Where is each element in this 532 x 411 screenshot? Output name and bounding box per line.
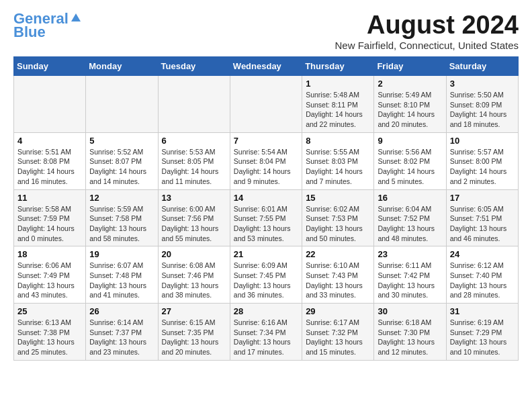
calendar-cell: 26Sunrise: 6:14 AM Sunset: 7:37 PM Dayli… (86, 304, 158, 361)
calendar-cell: 17Sunrise: 6:05 AM Sunset: 7:51 PM Dayli… (446, 189, 518, 246)
cell-info: Sunrise: 6:14 AM Sunset: 7:37 PM Dayligh… (89, 318, 154, 357)
cell-info: Sunrise: 6:04 AM Sunset: 7:52 PM Dayligh… (378, 204, 442, 244)
cell-info: Sunrise: 5:53 AM Sunset: 8:05 PM Dayligh… (162, 147, 226, 187)
day-header-tuesday: Tuesday (158, 57, 230, 76)
cell-info: Sunrise: 6:06 AM Sunset: 7:49 PM Dayligh… (17, 261, 82, 300)
calendar-cell: 20Sunrise: 6:08 AM Sunset: 7:46 PM Dayli… (158, 246, 230, 304)
calendar-cell: 9Sunrise: 5:56 AM Sunset: 8:02 PM Daylig… (374, 132, 446, 189)
day-number: 20 (162, 249, 226, 259)
day-number: 14 (234, 193, 298, 203)
calendar-week-row: 25Sunrise: 6:13 AM Sunset: 7:38 PM Dayli… (14, 304, 519, 361)
cell-info: Sunrise: 6:05 AM Sunset: 7:51 PM Dayligh… (450, 204, 515, 244)
calendar-cell: 4Sunrise: 5:51 AM Sunset: 8:08 PM Daylig… (14, 132, 86, 189)
calendar-cell: 1Sunrise: 5:48 AM Sunset: 8:11 PM Daylig… (302, 76, 374, 133)
calendar-cell: 8Sunrise: 5:55 AM Sunset: 8:03 PM Daylig… (302, 132, 374, 189)
title-area: August 2024 New Fairfield, Connecticut, … (335, 11, 519, 51)
day-number: 5 (89, 136, 154, 146)
calendar-cell (14, 76, 86, 133)
day-number: 29 (306, 306, 370, 316)
day-number: 2 (378, 79, 442, 89)
cell-info: Sunrise: 6:09 AM Sunset: 7:45 PM Dayligh… (234, 261, 298, 300)
day-number: 1 (306, 79, 370, 89)
cell-info: Sunrise: 6:12 AM Sunset: 7:40 PM Dayligh… (450, 261, 515, 300)
calendar-cell: 30Sunrise: 6:18 AM Sunset: 7:30 PM Dayli… (374, 304, 446, 361)
day-number: 4 (17, 136, 82, 146)
day-number: 16 (378, 193, 442, 203)
calendar-cell: 5Sunrise: 5:52 AM Sunset: 8:07 PM Daylig… (86, 132, 158, 189)
calendar-cell (230, 76, 302, 133)
calendar-body: 1Sunrise: 5:48 AM Sunset: 8:11 PM Daylig… (14, 76, 519, 361)
calendar-cell: 2Sunrise: 5:49 AM Sunset: 8:10 PM Daylig… (374, 76, 446, 133)
day-number: 23 (378, 249, 442, 259)
calendar-cell (86, 76, 158, 133)
day-number: 26 (89, 306, 154, 316)
cell-info: Sunrise: 5:50 AM Sunset: 8:09 PM Dayligh… (450, 90, 515, 130)
header: General Blue August 2024 New Fairfield, … (13, 11, 519, 51)
calendar-cell: 13Sunrise: 6:00 AM Sunset: 7:56 PM Dayli… (158, 189, 230, 246)
calendar-cell: 28Sunrise: 6:16 AM Sunset: 7:34 PM Dayli… (230, 304, 302, 361)
calendar-week-row: 4Sunrise: 5:51 AM Sunset: 8:08 PM Daylig… (14, 132, 519, 189)
calendar-week-row: 1Sunrise: 5:48 AM Sunset: 8:11 PM Daylig… (14, 76, 519, 133)
calendar-cell: 18Sunrise: 6:06 AM Sunset: 7:49 PM Dayli… (14, 246, 86, 304)
day-header-monday: Monday (86, 57, 158, 76)
day-number: 11 (17, 193, 82, 203)
calendar-cell: 3Sunrise: 5:50 AM Sunset: 8:09 PM Daylig… (446, 76, 518, 133)
calendar-cell: 19Sunrise: 6:07 AM Sunset: 7:48 PM Dayli… (86, 246, 158, 304)
main-title: August 2024 (335, 11, 519, 40)
day-number: 15 (306, 193, 370, 203)
subtitle: New Fairfield, Connecticut, United State… (335, 40, 519, 51)
day-number: 30 (378, 306, 442, 316)
logo-icon (70, 12, 82, 24)
logo-blue-text: Blue (13, 24, 46, 40)
calendar-table: SundayMondayTuesdayWednesdayThursdayFrid… (13, 56, 519, 361)
cell-info: Sunrise: 6:19 AM Sunset: 7:29 PM Dayligh… (450, 318, 515, 357)
day-number: 17 (450, 193, 515, 203)
logo: General Blue (13, 11, 82, 40)
day-header-wednesday: Wednesday (230, 57, 302, 76)
calendar-header-row: SundayMondayTuesdayWednesdayThursdayFrid… (14, 57, 519, 76)
day-number: 18 (17, 249, 82, 259)
calendar-cell (158, 76, 230, 133)
cell-info: Sunrise: 6:11 AM Sunset: 7:42 PM Dayligh… (378, 261, 442, 300)
calendar-week-row: 11Sunrise: 5:58 AM Sunset: 7:59 PM Dayli… (14, 189, 519, 246)
calendar-cell: 25Sunrise: 6:13 AM Sunset: 7:38 PM Dayli… (14, 304, 86, 361)
calendar-cell: 14Sunrise: 6:01 AM Sunset: 7:55 PM Dayli… (230, 189, 302, 246)
day-header-friday: Friday (374, 57, 446, 76)
calendar-week-row: 18Sunrise: 6:06 AM Sunset: 7:49 PM Dayli… (14, 246, 519, 304)
cell-info: Sunrise: 6:18 AM Sunset: 7:30 PM Dayligh… (378, 318, 442, 357)
day-number: 9 (378, 136, 442, 146)
calendar-cell: 7Sunrise: 5:54 AM Sunset: 8:04 PM Daylig… (230, 132, 302, 189)
cell-info: Sunrise: 6:13 AM Sunset: 7:38 PM Dayligh… (17, 318, 82, 357)
calendar-cell: 23Sunrise: 6:11 AM Sunset: 7:42 PM Dayli… (374, 246, 446, 304)
cell-info: Sunrise: 5:55 AM Sunset: 8:03 PM Dayligh… (306, 147, 370, 187)
day-header-thursday: Thursday (302, 57, 374, 76)
cell-info: Sunrise: 5:49 AM Sunset: 8:10 PM Dayligh… (378, 90, 442, 130)
cell-info: Sunrise: 6:00 AM Sunset: 7:56 PM Dayligh… (162, 204, 226, 244)
calendar-cell: 10Sunrise: 5:57 AM Sunset: 8:00 PM Dayli… (446, 132, 518, 189)
calendar-cell: 16Sunrise: 6:04 AM Sunset: 7:52 PM Dayli… (374, 189, 446, 246)
cell-info: Sunrise: 6:02 AM Sunset: 7:53 PM Dayligh… (306, 204, 370, 244)
cell-info: Sunrise: 5:58 AM Sunset: 7:59 PM Dayligh… (17, 204, 82, 244)
day-number: 21 (234, 249, 298, 259)
cell-info: Sunrise: 5:48 AM Sunset: 8:11 PM Dayligh… (306, 90, 370, 130)
day-header-sunday: Sunday (14, 57, 86, 76)
day-number: 27 (162, 306, 226, 316)
day-number: 10 (450, 136, 515, 146)
calendar-cell: 22Sunrise: 6:10 AM Sunset: 7:43 PM Dayli… (302, 246, 374, 304)
day-header-saturday: Saturday (446, 57, 518, 76)
calendar-cell: 24Sunrise: 6:12 AM Sunset: 7:40 PM Dayli… (446, 246, 518, 304)
calendar-cell: 27Sunrise: 6:15 AM Sunset: 7:35 PM Dayli… (158, 304, 230, 361)
cell-info: Sunrise: 6:17 AM Sunset: 7:32 PM Dayligh… (306, 318, 370, 357)
svg-marker-0 (71, 13, 81, 21)
calendar-cell: 6Sunrise: 5:53 AM Sunset: 8:05 PM Daylig… (158, 132, 230, 189)
cell-info: Sunrise: 5:59 AM Sunset: 7:58 PM Dayligh… (89, 204, 154, 244)
calendar-cell: 29Sunrise: 6:17 AM Sunset: 7:32 PM Dayli… (302, 304, 374, 361)
cell-info: Sunrise: 5:51 AM Sunset: 8:08 PM Dayligh… (17, 147, 82, 187)
cell-info: Sunrise: 6:10 AM Sunset: 7:43 PM Dayligh… (306, 261, 370, 300)
cell-info: Sunrise: 5:52 AM Sunset: 8:07 PM Dayligh… (89, 147, 154, 187)
cell-info: Sunrise: 6:16 AM Sunset: 7:34 PM Dayligh… (234, 318, 298, 357)
cell-info: Sunrise: 6:01 AM Sunset: 7:55 PM Dayligh… (234, 204, 298, 244)
cell-info: Sunrise: 6:08 AM Sunset: 7:46 PM Dayligh… (162, 261, 226, 300)
day-number: 25 (17, 306, 82, 316)
day-number: 28 (234, 306, 298, 316)
